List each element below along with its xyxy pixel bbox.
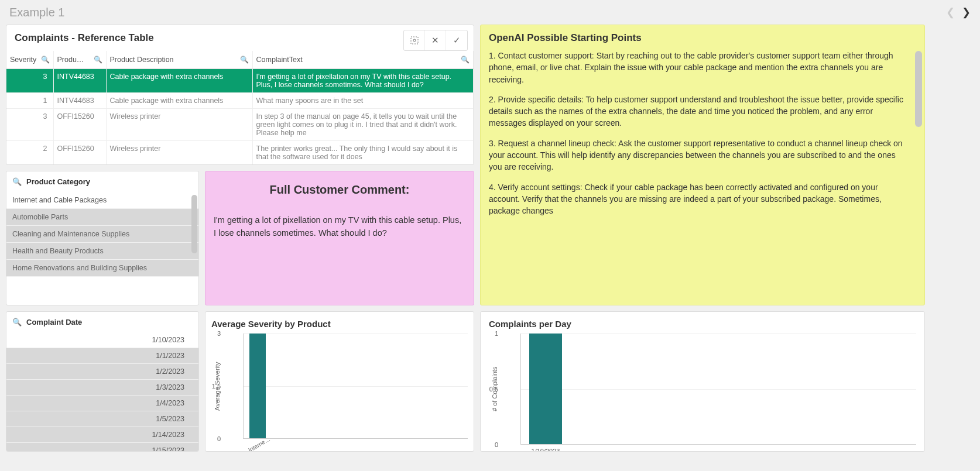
scrollbar[interactable]: [915, 51, 922, 127]
list-item[interactable]: 1/5/2023: [6, 411, 198, 427]
cell-severity: 3: [6, 109, 53, 141]
list-item[interactable]: 1/2/2023: [6, 364, 198, 380]
svg-rect-0: [411, 37, 418, 44]
page-title: Example 1: [9, 6, 946, 19]
cell-severity: 1: [6, 93, 53, 109]
category-panel: 🔍 Product Category Internet and Cable Pa…: [6, 171, 199, 305]
cell-product-desc: Wireless printer: [106, 109, 252, 141]
list-item[interactable]: Automobile Parts: [6, 209, 198, 226]
cpd-chart-panel: Complaints per Day # of Complaints 1 0.5…: [480, 311, 925, 452]
svg-point-1: [413, 39, 416, 42]
complaints-table: Severity🔍 Produ…🔍 Product Description🔍 C…: [6, 51, 474, 164]
y-tick: 1.5: [205, 383, 221, 390]
list-item[interactable]: 1/15/2023: [6, 443, 198, 451]
bar-internet[interactable]: [249, 334, 266, 438]
y-tick: 1: [483, 330, 498, 337]
date-list: 1/10/20231/1/20231/2/20231/3/20231/4/202…: [6, 332, 198, 451]
table-actions: ✕ ✓: [403, 30, 468, 51]
list-item[interactable]: Health and Beauty Products: [6, 243, 198, 260]
list-item[interactable]: 1/14/2023: [6, 427, 198, 443]
severity-chart-panel: Average Severity by Product Average Seve…: [205, 311, 474, 452]
next-arrow-icon[interactable]: ❯: [962, 6, 971, 19]
category-list: Internet and Cable PackagesAutomobile Pa…: [6, 192, 198, 305]
table-row[interactable]: 3OFFI15260Wireless printerIn step 3 of t…: [6, 109, 474, 141]
cell-severity: 3: [6, 69, 53, 93]
list-item[interactable]: Cleaning and Maintenance Supplies: [6, 226, 198, 243]
table-row[interactable]: 3INTV44683Cable package with extra chann…: [6, 69, 474, 93]
y-tick: 0: [483, 441, 498, 448]
cell-complaint: What many spoons are in the set: [252, 93, 474, 109]
search-icon[interactable]: 🔍: [41, 56, 50, 64]
cell-product-desc: Wireless printer: [106, 141, 252, 165]
severity-chart-body[interactable]: Interne…: [243, 334, 468, 439]
cell-complaint: The printer works great... The only thin…: [252, 141, 474, 165]
cell-severity: 2: [6, 141, 53, 165]
y-tick: 0.5: [483, 386, 498, 393]
selection-tool-icon[interactable]: [404, 30, 425, 50]
ai-panel: OpenAI Possible Starting Points 1. Conta…: [480, 25, 925, 305]
bar-date[interactable]: [529, 334, 562, 444]
list-item[interactable]: Home Renovations and Building Supplies: [6, 260, 198, 277]
close-icon[interactable]: ✕: [425, 30, 446, 50]
ai-paragraph: 1. Contact customer support: Start by re…: [489, 50, 904, 85]
ai-body: 1. Contact customer support: Start by re…: [489, 50, 914, 217]
cpd-chart-body[interactable]: 1/10/2023 Date: [520, 334, 916, 445]
x-tick: 1/10/2023: [532, 448, 560, 452]
cell-product-id: INTV44683: [53, 69, 106, 93]
cpd-chart-title: Complaints per Day: [489, 319, 916, 329]
list-item[interactable]: Internet and Cable Packages: [6, 192, 198, 209]
cell-product-id: OFFI15260: [53, 141, 106, 165]
severity-chart-title: Average Severity by Product: [211, 319, 468, 329]
col-severity[interactable]: Severity🔍: [6, 51, 53, 69]
cell-product-id: OFFI15260: [53, 109, 106, 141]
header-bar: Example 1 ❮ ❯: [0, 0, 980, 25]
prev-arrow-icon[interactable]: ❮: [946, 6, 955, 19]
search-icon[interactable]: 🔍: [240, 56, 249, 64]
ai-paragraph: 2. Provide specific details: To help cus…: [489, 94, 904, 129]
comment-panel: Full Customer Comment: I'm getting a lot…: [205, 171, 474, 305]
cell-complaint: In step 3 of the manual on page 45, it t…: [252, 109, 474, 141]
list-item[interactable]: 1/3/2023: [6, 380, 198, 396]
category-title: Product Category: [26, 177, 90, 186]
list-item[interactable]: 1/1/2023: [6, 348, 198, 364]
col-complaint-text[interactable]: ComplaintText🔍: [252, 51, 474, 69]
cell-product-id: INTV44683: [53, 93, 106, 109]
search-icon[interactable]: 🔍: [12, 318, 22, 326]
cell-product-desc: Cable package with extra channels: [106, 93, 252, 109]
comment-text: I'm getting a lot of pixellation on my T…: [214, 214, 465, 240]
category-header: 🔍 Product Category: [6, 171, 198, 192]
table-row[interactable]: 2OFFI15260Wireless printerThe printer wo…: [6, 141, 474, 165]
date-header: 🔍 Complaint Date: [6, 312, 198, 332]
cell-complaint: I'm getting a lot of pixellation on my T…: [252, 69, 474, 93]
search-icon[interactable]: 🔍: [12, 177, 22, 186]
ai-paragraph: 4. Verify account settings: Check if you…: [489, 181, 904, 217]
date-title: Complaint Date: [26, 318, 82, 326]
col-product-id[interactable]: Produ…🔍: [53, 51, 106, 69]
search-icon[interactable]: 🔍: [461, 56, 470, 64]
scrollbar[interactable]: [191, 195, 197, 253]
check-icon[interactable]: ✓: [446, 30, 467, 50]
date-panel: 🔍 Complaint Date 1/10/20231/1/20231/2/20…: [6, 311, 199, 452]
search-icon[interactable]: 🔍: [94, 56, 102, 64]
col-product-desc[interactable]: Product Description🔍: [106, 51, 252, 69]
table-row[interactable]: 1INTV44683Cable package with extra chann…: [6, 93, 474, 109]
nav-arrows: ❮ ❯: [946, 6, 971, 19]
complaints-panel: Complaints - Reference Table ✕ ✓ Severit…: [6, 25, 474, 165]
list-item[interactable]: 1/10/2023: [6, 332, 198, 348]
y-tick: 0: [205, 435, 221, 442]
y-tick: 3: [205, 330, 221, 337]
list-item[interactable]: 1/4/2023: [6, 396, 198, 411]
comment-title: Full Customer Comment:: [214, 183, 465, 197]
ai-paragraph: 3. Request a channel lineup check: Ask t…: [489, 137, 904, 173]
cell-product-desc: Cable package with extra channels: [106, 69, 252, 93]
ai-panel-title: OpenAI Possible Starting Points: [489, 32, 914, 44]
